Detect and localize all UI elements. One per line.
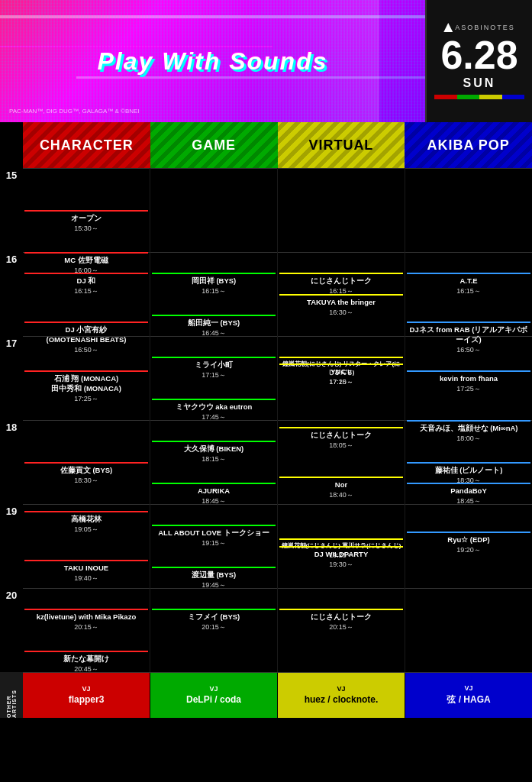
time-16: 16 — [0, 252, 23, 265]
other-artists-row: OTHER ARTISTS VJ flapper3 VJ DeLPi / cod… — [0, 672, 532, 718]
vj-character: VJ flapper3 — [23, 672, 150, 718]
col-character: オープン 15:30～ MC 佐野電磁 16:00～ DJ 和 16:15～ D… — [23, 168, 150, 672]
stage-header-character: CHARACTER — [23, 122, 150, 168]
event-okubo[interactable]: 大久保博 (BIKEN) 18:15～ — [152, 441, 276, 466]
event-dj-komiya[interactable]: DJ 小宮有紗(OMOTENASHI BEATS) 16:50～ — [24, 322, 148, 357]
schedule-body: 15 16 17 18 19 20 オープン 15:30～ MC 佐野電磁 16… — [0, 168, 532, 672]
event-ryu[interactable]: Ryu☆ (EDP) 19:20～ — [407, 532, 530, 557]
event-pandaboy[interactable]: PandaBoY 18:45～ — [407, 483, 530, 508]
time-column: 15 16 17 18 19 20 — [0, 168, 23, 672]
event-ajurika[interactable]: AJURIKA 18:45～ — [152, 483, 276, 508]
event-nor[interactable]: Nor 18:40～ — [279, 477, 403, 502]
event-amanemina-siona[interactable]: 天音みほ、塩顔せな (Mi∞nA) 18:00～ — [407, 420, 530, 445]
vj-game: VJ DeLPi / coda — [150, 672, 278, 718]
time-19: 19 — [0, 504, 23, 517]
other-artists-label: OTHER ARTISTS — [0, 672, 23, 718]
schedule-cols: オープン 15:30～ MC 佐野電磁 16:00～ DJ 和 16:15～ D… — [23, 168, 532, 672]
banner-sub: PAC-MAN™, DIG DUG™, GALAGA™ & ©BNEI — [9, 108, 140, 115]
time-18: 18 — [0, 420, 23, 433]
time-20: 20 — [0, 588, 23, 601]
event-kevin-fhana[interactable]: kevin from fhana 17:25～ — [407, 370, 530, 396]
event-mirai-komachi[interactable]: ミライ小町 17:15～ — [152, 357, 276, 382]
event-okada[interactable]: 岡田祥 (BYS) 16:15～ — [152, 273, 276, 298]
time-col-header — [0, 122, 23, 168]
event-wildparty[interactable]: DJ WILDPARTY 19:30～ — [279, 546, 403, 571]
event-new-beginning[interactable]: 新たな幕開け 20:45～ — [24, 651, 148, 676]
event-nijisanji-talk-2[interactable]: にじさんじトーク 18:05～ — [279, 427, 403, 452]
event-dj-wa[interactable]: DJ 和 16:15～ — [24, 273, 148, 298]
time-15: 15 — [0, 168, 23, 181]
vj-name-character: flapper3 — [69, 694, 105, 705]
vj-label-virtual: VJ — [337, 685, 345, 693]
header: Play With Sounds PAC-MAN™, DIG DUG™, GAL… — [0, 0, 532, 122]
vj-name-virtual: huez / clocknote. — [305, 694, 379, 705]
vj-virtual: VJ huez / clocknote. — [278, 672, 405, 718]
event-takahashi-karin[interactable]: 高橋花林 19:05～ — [24, 511, 148, 536]
vj-name-game: DeLPi / coda — [186, 694, 241, 705]
event-sato-mitsufumi[interactable]: 佐藤貢文 (BYS) 18:30～ — [24, 462, 148, 487]
header-day: SUN — [463, 76, 496, 90]
header-banner: Play With Sounds PAC-MAN™, DIG DUG™, GAL… — [0, 0, 425, 122]
stage-headers: CHARACTER GAME VIRTUAL AKIBA POP — [0, 122, 532, 168]
header-info: ASOBINOTES 6.28 SUN — [425, 0, 532, 122]
color-bar — [434, 95, 524, 99]
time-17: 17 — [0, 336, 23, 349]
event-ate[interactable]: A.T.E 16:15～ — [407, 273, 530, 298]
event-dj-ness[interactable]: DJネス from RAB (リアルアキバボーイズ) 16:50～ — [407, 322, 530, 357]
header-date: 6.28 — [440, 35, 517, 75]
event-funada[interactable]: 船田純一 (BYS) 16:45～ — [152, 315, 276, 340]
col-virtual: にじさんじトーク 16:15～ TAKUYA the bringer 16:30… — [278, 168, 405, 672]
stage-header-game: GAME — [150, 122, 278, 168]
event-mifumei[interactable]: ミフメイ (BYS) 20:15～ — [152, 609, 276, 634]
event-watanabe-ryo[interactable]: 渡辺量 (BYS) 19:45～ — [152, 567, 276, 592]
logo-text: ASOBINOTES — [455, 24, 515, 31]
event-taku-inoue[interactable]: TAKU INOUE 19:40～ — [24, 560, 148, 585]
stage-header-akibapop: AKIBA POP — [405, 122, 532, 168]
event-kz-mika[interactable]: kz(livetune) with Mika Pikazo 20:15～ — [24, 609, 148, 634]
event-takuya[interactable]: TAKUYA the bringer 16:30～ — [279, 294, 403, 319]
col-akibapop: A.T.E 16:15～ DJネス from RAB (リアルアキバボーイズ) … — [405, 168, 532, 672]
event-all-about-love[interactable]: ALL ABOUT LOVE トークショー 19:15～ — [152, 525, 276, 550]
event-nijisanji-talk-3[interactable]: にじさんじトーク 20:15～ — [279, 609, 403, 634]
vj-label-character: VJ — [82, 685, 90, 693]
event-yuce[interactable]: YUC'e 17:20～ — [279, 364, 403, 389]
vj-akibapop: VJ 弦 / HAGA — [405, 672, 532, 718]
vj-label-akibapop: VJ — [464, 684, 472, 692]
banner-title: Play With Sounds — [98, 47, 328, 76]
asobinotes-logo: ASOBINOTES — [443, 23, 515, 32]
col-game: 岡田祥 (BYS) 16:15～ 船田純一 (BYS) 16:45～ ミライ小町… — [150, 168, 278, 672]
vj-label-game: VJ — [209, 685, 218, 693]
event-open[interactable]: オープン 15:30～ — [24, 210, 148, 235]
event-ishiura-tanaka[interactable]: 石浦 翔 (MONACA)田中秀和 (MONACA) 17:25～ — [24, 370, 148, 406]
event-miyakuuu[interactable]: ミヤクウウ aka eutron 17:45～ — [152, 399, 276, 424]
vj-name-akibapop: 弦 / HAGA — [447, 693, 490, 706]
stage-header-virtual: VIRTUAL — [278, 122, 405, 168]
